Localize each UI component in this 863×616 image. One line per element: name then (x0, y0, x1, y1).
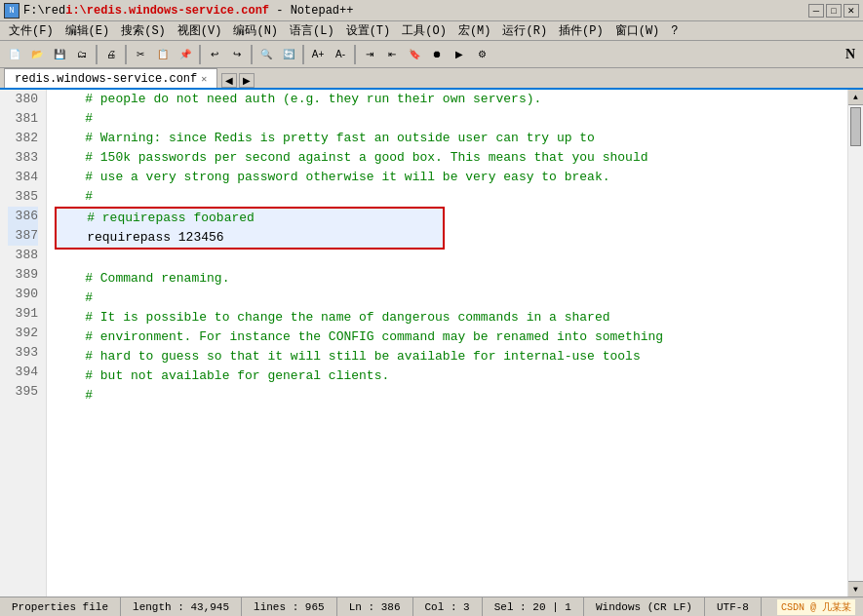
tab-bar: redis.windows-service.conf ✕ ◀ ▶ (0, 68, 863, 90)
status-file-type: Properties file (8, 597, 121, 616)
toolbar-paste[interactable]: 📌 (175, 44, 196, 65)
vertical-scrollbar[interactable]: ▲ ▼ (847, 90, 863, 597)
toolbar-find[interactable]: 🔍 (255, 44, 277, 65)
code-line-387: requirepass 123456 (57, 228, 443, 248)
toolbar-indent[interactable]: ⇥ (359, 44, 380, 65)
status-format: UTF-8 (705, 597, 762, 616)
red-box: # requirepass foobared requirepass 12345… (55, 207, 445, 250)
toolbar-save[interactable]: 💾 (49, 44, 70, 65)
code-line-388 (55, 250, 840, 269)
line-num-387: 387 (8, 226, 38, 246)
code-content[interactable]: # people do not need auth (e.g. they run… (47, 90, 847, 597)
tab-prev-button[interactable]: ◀ (221, 73, 237, 88)
menu-search[interactable]: 搜索(S) (116, 21, 171, 40)
toolbar-separator-3 (199, 45, 201, 64)
line-num-386: 386 (8, 207, 38, 226)
line-num-395: 395 (8, 382, 38, 402)
status-sel: Sel : 20 | 1 (483, 597, 584, 616)
toolbar-saveall[interactable]: 🗂 (71, 44, 93, 65)
code-lines: # people do not need auth (e.g. they run… (47, 90, 847, 405)
scrollbar-track[interactable] (848, 105, 863, 581)
line-numbers: 380 381 382 383 384 385 386 387 388 389 … (0, 90, 47, 597)
title-highlight: i:\redis.windows-service.conf (65, 4, 269, 18)
tab-file[interactable]: redis.windows-service.conf ✕ (4, 68, 217, 88)
status-lines: lines : 965 (242, 597, 337, 616)
title-post: - Notepad++ (269, 4, 353, 18)
title-text: F:\redi:\redis.windows-service.conf - No… (23, 4, 353, 18)
title-controls: ─ □ ✕ (808, 4, 859, 18)
code-line-389: # Command renaming. (55, 269, 840, 289)
code-line-384: # use a very strong password otherwise i… (55, 168, 840, 187)
toolbar-cut[interactable]: ✂ (130, 44, 151, 65)
menu-language[interactable]: 语言(L) (285, 21, 339, 40)
title-bar-left: N F:\redi:\redis.windows-service.conf - … (4, 3, 353, 19)
toolbar-separator-1 (96, 45, 98, 64)
tab-close-button[interactable]: ✕ (201, 73, 207, 85)
line-num-384: 384 (8, 168, 38, 187)
menu-bar: 文件(F) 编辑(E) 搜索(S) 视图(V) 编码(N) 语言(L) 设置(T… (0, 21, 863, 41)
toolbar-undo[interactable]: ↩ (204, 44, 225, 65)
toolbar-separator-2 (125, 45, 127, 64)
code-line-394: # but not available for general clients. (55, 366, 840, 386)
line-num-382: 382 (8, 129, 38, 148)
title-pre: F:\red (23, 4, 65, 18)
menu-edit[interactable]: 编辑(E) (60, 21, 115, 40)
maximize-button[interactable]: □ (826, 4, 842, 18)
toolbar-redo[interactable]: ↪ (226, 44, 248, 65)
code-line-395: # (55, 386, 840, 405)
line-num-383: 383 (8, 148, 38, 168)
tab-next-button[interactable]: ▶ (239, 73, 255, 88)
toolbar-new[interactable]: 📄 (4, 44, 25, 65)
toolbar-copy[interactable]: 📋 (152, 44, 174, 65)
editor-container: 380 381 382 383 384 385 386 387 388 389 … (0, 90, 863, 597)
menu-macro[interactable]: 宏(M) (453, 21, 496, 40)
line-num-392: 392 (8, 324, 38, 343)
menu-window[interactable]: 窗口(W) (610, 21, 665, 40)
code-line-382: # Warning: since Redis is pretty fast an… (55, 129, 840, 148)
menu-file[interactable]: 文件(F) (4, 21, 59, 40)
menu-plugins[interactable]: 插件(P) (554, 21, 608, 40)
minimize-button[interactable]: ─ (808, 4, 824, 18)
menu-encode[interactable]: 编码(N) (228, 21, 283, 40)
toolbar-print[interactable]: 🖨 (100, 44, 122, 65)
tab-navigation: ◀ ▶ (221, 73, 255, 88)
menu-tools[interactable]: 工具(O) (397, 21, 451, 40)
code-line-393: # hard to guess so that it will still be… (55, 347, 840, 366)
toolbar-bookmark[interactable]: 🔖 (404, 44, 425, 65)
toolbar-macro-rec[interactable]: ⏺ (426, 44, 448, 65)
close-button[interactable]: ✕ (843, 4, 859, 18)
scrollbar-up-button[interactable]: ▲ (848, 90, 863, 105)
toolbar: 📄 📂 💾 🗂 🖨 ✂ 📋 📌 ↩ ↪ 🔍 🔄 A+ A- ⇥ ⇤ 🔖 ⏺ ▶ … (0, 41, 863, 68)
toolbar-notepadpp-logo: N (842, 47, 859, 62)
scrollbar-thumb[interactable] (850, 107, 861, 146)
tab-label: redis.windows-service.conf (15, 72, 197, 86)
toolbar-separator-5 (302, 45, 304, 64)
menu-view[interactable]: 视图(V) (173, 21, 227, 40)
code-line-383: # 150k passwords per second against a go… (55, 148, 840, 168)
toolbar-replace[interactable]: 🔄 (278, 44, 299, 65)
toolbar-macro-play[interactable]: ▶ (449, 44, 470, 65)
toolbar-open[interactable]: 📂 (26, 44, 48, 65)
toolbar-zoom-out[interactable]: A- (330, 44, 351, 65)
toolbar-outdent[interactable]: ⇤ (381, 44, 403, 65)
code-line-385: # (55, 187, 840, 207)
code-line-381: # (55, 109, 840, 129)
toolbar-separator-6 (354, 45, 356, 64)
status-encoding: Windows (CR LF) (584, 597, 705, 616)
scrollbar-down-button[interactable]: ▼ (848, 581, 863, 597)
status-bar: Properties file length : 43,945 lines : … (0, 597, 863, 616)
app-icon: N (4, 3, 20, 19)
toolbar-run[interactable]: ⚙ (471, 44, 492, 65)
menu-settings[interactable]: 设置(T) (341, 21, 396, 40)
toolbar-separator-4 (251, 45, 253, 64)
line-num-385: 385 (8, 187, 38, 207)
line-num-381: 381 (8, 109, 38, 129)
toolbar-zoom-in[interactable]: A+ (307, 44, 329, 65)
menu-run[interactable]: 运行(R) (497, 21, 552, 40)
status-watermark: CSDN @ 几某某 (777, 599, 855, 615)
line-num-391: 391 (8, 304, 38, 324)
status-ln: Ln : 386 (337, 597, 413, 616)
line-num-390: 390 (8, 285, 38, 304)
code-line-386: # requirepass foobared (57, 209, 443, 228)
menu-help[interactable]: ? (666, 23, 683, 39)
